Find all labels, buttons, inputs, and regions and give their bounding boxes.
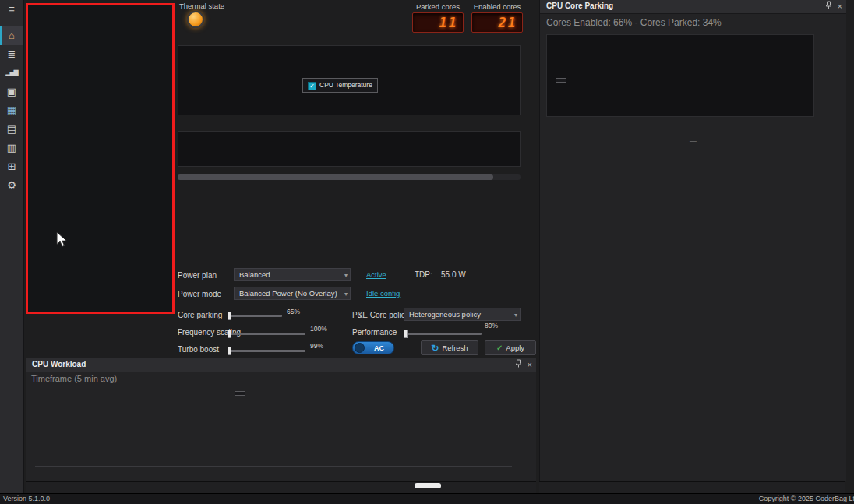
cpu-core-parking-panel: CPU Core Parking × Cores Enabled: 66% - … xyxy=(539,0,846,481)
core-parking-slider[interactable] xyxy=(228,315,282,317)
enabled-cores-display: 88 21 xyxy=(471,12,523,33)
tdp-label: TDP: xyxy=(415,270,432,279)
close-icon[interactable]: × xyxy=(838,1,842,12)
data-grid-icon[interactable]: ▥ xyxy=(0,139,23,157)
quick-cpu-window: ≡⌂≣▂▅▇▣▦▤▥⊞⚙ Thermal state Parked cores … xyxy=(0,0,854,504)
core-hierarchy-icon[interactable]: ≣ xyxy=(0,45,23,64)
slider-thumb[interactable] xyxy=(228,312,231,320)
left-tab-bar xyxy=(26,481,536,494)
apply-button[interactable]: ✓ Apply xyxy=(485,340,536,355)
menu-icon[interactable]: ≡ xyxy=(0,0,23,19)
chevron-down-icon: ▾ xyxy=(514,309,517,321)
mouse-cursor xyxy=(56,231,68,248)
thermal-state-label: Thermal state xyxy=(179,2,224,10)
thermal-state-gauge xyxy=(187,11,204,28)
workload-panel-header: CPU Workload × xyxy=(26,358,536,372)
performance-value: 80% xyxy=(485,322,498,330)
core-parking-value: 65% xyxy=(287,308,300,315)
status-bar: Version 5.1.0.0 Copyright © 2025 CoderBa… xyxy=(0,493,854,504)
pe-core-policy-value: Heterogeneous policy xyxy=(409,310,481,319)
parking-panel-header: CPU Core Parking × xyxy=(540,0,846,14)
workload-legend xyxy=(235,391,245,396)
power-mode-value: Balanced Power (No Overlay) xyxy=(239,289,337,298)
slider-thumb[interactable] xyxy=(404,330,408,338)
right-tab-bar xyxy=(539,481,845,494)
check-icon: ✓ xyxy=(496,344,503,352)
toggle-knob-icon xyxy=(355,343,365,353)
temperature-legend: ✓CPU Temperature xyxy=(302,78,378,93)
scrollbar-thumb[interactable] xyxy=(178,174,493,180)
cores-enabled-parked-summary: Cores Enabled: 66% - Cores Parked: 34% xyxy=(546,17,722,28)
taskbar-indicator xyxy=(415,483,441,488)
performance-chart-icon[interactable]: ▂▅▇ xyxy=(0,64,23,83)
turbo-boost-value: 99% xyxy=(310,342,323,350)
cpu-overview-section: Thermal state Parked cores 88 11 Enabled… xyxy=(178,0,536,358)
calculator-icon[interactable]: ⊞ xyxy=(0,157,23,176)
idle-config-link[interactable]: Idle config xyxy=(366,289,400,298)
apply-button-label: Apply xyxy=(506,344,524,352)
utilization-history-chart xyxy=(178,131,521,167)
slider-thumb[interactable] xyxy=(228,330,231,338)
power-mode-label: Power mode xyxy=(178,290,221,298)
workload-panel-title: CPU Workload xyxy=(32,360,86,368)
power-plan-value: Balanced xyxy=(239,270,270,279)
turbo-boost-slider[interactable] xyxy=(228,350,305,352)
chevron-down-icon: ▾ xyxy=(344,270,348,281)
settings-gear-icon[interactable]: ⚙ xyxy=(0,176,23,195)
core-parking-label: Core parking xyxy=(178,311,222,319)
frequency-scaling-slider[interactable] xyxy=(228,333,305,335)
cpu-icon[interactable]: ▣ xyxy=(0,83,23,101)
left-icon-sidebar: ≡⌂≣▂▅▇▣▦▤▥⊞⚙ xyxy=(0,0,24,493)
core-parking-legend xyxy=(556,78,566,83)
report-icon[interactable]: ▤ xyxy=(0,120,23,139)
slider-thumb[interactable] xyxy=(228,347,231,355)
workload-timeframe-label: Timeframe (5 min avg) xyxy=(31,374,117,383)
core-parking-icon[interactable]: ▦ xyxy=(0,101,23,120)
parked-cores-display: 88 11 xyxy=(412,12,464,33)
power-mode-select[interactable]: Balanced Power (No Overlay) ▾ xyxy=(234,287,351,300)
ac-power-toggle[interactable]: AC xyxy=(352,341,394,354)
history-scrollbar[interactable] xyxy=(178,174,521,180)
tdp-value: 55.0 W xyxy=(441,270,466,279)
splitter-handle[interactable]: — xyxy=(540,137,846,145)
active-power-plan-link[interactable]: Active xyxy=(366,270,386,279)
ac-toggle-label: AC xyxy=(365,344,393,352)
refresh-button[interactable]: ↻ Refresh xyxy=(421,340,478,355)
version-label: Version 5.1.0.0 xyxy=(3,495,50,502)
cpu-temperature-legend-label: CPU Temperature xyxy=(319,81,372,89)
parking-panel-title: CPU Core Parking xyxy=(546,2,613,10)
power-plan-select[interactable]: Balanced ▾ xyxy=(234,268,351,281)
cpu-stats-panel xyxy=(28,5,172,312)
seven-seg-ghost: 88 xyxy=(499,15,517,30)
home-icon[interactable]: ⌂ xyxy=(0,26,23,45)
seven-seg-ghost: 88 xyxy=(439,15,458,30)
cpu-temperature-checkbox[interactable]: ✓ xyxy=(308,82,316,90)
pin-icon[interactable] xyxy=(515,359,522,368)
turbo-boost-label: Turbo boost xyxy=(178,345,219,354)
power-plan-label: Power plan xyxy=(178,271,217,280)
refresh-icon: ↻ xyxy=(431,343,439,354)
copyright-label: Copyright © 2025 CoderBag Ltd xyxy=(759,495,854,502)
chevron-down-icon: ▾ xyxy=(344,288,348,300)
refresh-button-label: Refresh xyxy=(442,344,468,352)
enabled-cores-label: Enabled cores xyxy=(459,2,535,11)
pe-core-policy-label: P&E Core policy xyxy=(352,311,409,319)
frequency-scaling-value: 100% xyxy=(310,325,327,333)
workload-chart xyxy=(35,385,512,467)
pe-core-policy-select[interactable]: Heterogeneous policy ▾ xyxy=(404,308,521,321)
performance-slider[interactable] xyxy=(404,333,482,335)
performance-label: Performance xyxy=(352,328,397,337)
pin-icon[interactable] xyxy=(825,1,832,9)
core-parking-chart xyxy=(546,34,814,117)
stats-highlight-annotation xyxy=(26,3,175,314)
close-icon[interactable]: × xyxy=(528,359,532,371)
cpu-workload-panel: CPU Workload × Timeframe (5 min avg) xyxy=(26,358,536,481)
